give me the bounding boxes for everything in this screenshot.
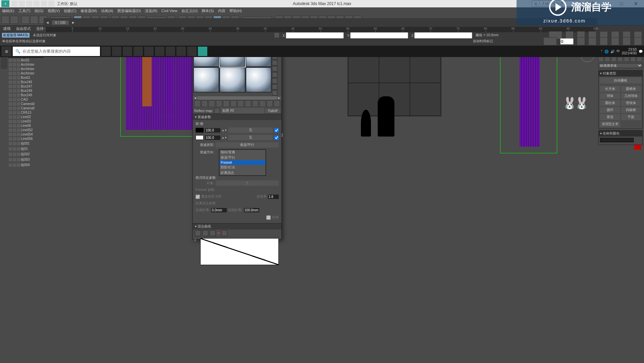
scene-item[interactable]: 组01 [8, 146, 44, 152]
create-primitive-button[interactable]: 加强型文本 [600, 121, 620, 127]
scene-item[interactable]: 组002 [8, 152, 44, 157]
scene-item[interactable]: Box249 [8, 93, 44, 97]
login-link[interactable]: 登录 [587, 1, 594, 6]
autogrid-checkbox[interactable]: 自动栅格 [600, 77, 641, 84]
map-name-field[interactable]: 贴图 #0 [221, 108, 264, 114]
falloff-params-rollout[interactable]: ▾ 衰减参数 [193, 114, 281, 120]
reset-icon[interactable] [216, 100, 222, 107]
app-icon[interactable] [176, 47, 186, 56]
next-frame-button[interactable]: ► [69, 20, 77, 24]
light-cat-icon[interactable] [611, 56, 616, 62]
scene-item[interactable]: ArchInter [8, 71, 44, 75]
app-icon[interactable] [144, 47, 154, 56]
material-slot[interactable] [220, 67, 245, 92]
system-cat-icon[interactable] [637, 56, 642, 62]
menu-help[interactable]: 帮助(H) [229, 8, 242, 13]
camera-cat-icon[interactable] [618, 56, 623, 62]
ribbon-freeform[interactable]: 自由形式 [16, 26, 31, 31]
get-material-icon[interactable] [194, 100, 201, 107]
start-button[interactable]: ⊞ [1, 46, 11, 56]
scene-item[interactable]: Box247 [8, 84, 44, 89]
create-primitive-button[interactable]: 平面 [621, 114, 641, 120]
3dsmax-taskbar-icon[interactable] [198, 47, 207, 56]
save-icon[interactable] [26, 1, 32, 7]
exp-tool-icon[interactable] [1, 64, 7, 64]
curve-add-icon[interactable] [210, 230, 216, 236]
scene-item[interactable]: Camera0 [8, 102, 44, 106]
scene-item[interactable]: Line056 [8, 137, 44, 141]
put-to-scene-icon[interactable] [202, 100, 208, 107]
menu-content[interactable]: 内容 [218, 8, 225, 13]
nav-max-icon[interactable] [634, 37, 642, 45]
curve-move-icon[interactable] [195, 230, 201, 236]
tray-chevron-icon[interactable]: ˄ [601, 50, 602, 53]
tray-ime[interactable]: 中 [616, 49, 620, 54]
dd-option-selected[interactable]: Fresnel [219, 160, 266, 165]
mixcurve-rollout[interactable]: ▾ 混合曲线 [193, 223, 281, 229]
mat-id-icon[interactable] [245, 100, 251, 107]
menu-civil[interactable]: Civil View [161, 9, 177, 13]
go-forward-icon[interactable] [274, 100, 280, 107]
y-coord-input[interactable] [350, 32, 408, 39]
side-enable-checkbox[interactable] [274, 136, 279, 140]
time-ruler[interactable]: 0510152025303540455055606570758085909510… [44, 27, 597, 32]
time-slider[interactable]: ◄ 0 / 100 ► [44, 18, 597, 27]
scene-item[interactable]: Line02 [8, 115, 44, 119]
side-color-swatch[interactable] [196, 135, 204, 140]
create-primitive-button[interactable]: 圆柱体 [600, 100, 620, 106]
mix-curve-graph[interactable] [200, 238, 279, 265]
redo-button[interactable] [10, 16, 18, 24]
ribbon-select[interactable]: 选择 [36, 26, 44, 31]
exp-tool-icon[interactable] [1, 62, 7, 63]
taskview-icon[interactable] [101, 47, 111, 56]
close-button[interactable]: ✕ [629, 0, 643, 7]
app-icon[interactable] [187, 47, 197, 56]
menu-group[interactable]: 组(G) [35, 8, 44, 13]
me-scroll-right[interactable]: ► [277, 96, 281, 100]
pick-icon[interactable] [214, 108, 220, 113]
nav-orbit-icon[interactable] [623, 37, 631, 45]
app-logo[interactable]: 3 [1, 0, 9, 7]
exp-tool-icon[interactable] [1, 68, 7, 68]
nav-pan-icon[interactable] [577, 37, 585, 45]
curve-reset-icon[interactable] [221, 230, 227, 236]
material-slot[interactable] [194, 67, 219, 92]
maximize-button[interactable]: □ [615, 0, 628, 7]
menu-views[interactable]: 视图(V) [48, 8, 60, 13]
create-primitive-button[interactable]: 茶壶 [600, 114, 620, 120]
help-search-input[interactable] [532, 1, 579, 7]
create-primitive-button[interactable]: 长方体 [600, 86, 620, 92]
tray-notifications-icon[interactable]: 💬 [639, 50, 643, 53]
new-icon[interactable] [11, 1, 17, 7]
nav-zoom-icon[interactable] [588, 37, 596, 45]
helper-cat-icon[interactable] [624, 56, 629, 62]
lock-icon[interactable] [274, 33, 279, 38]
project-icon[interactable] [48, 1, 54, 7]
falloff-type-dropdown[interactable]: 垂直/平行 [216, 142, 279, 148]
minimize-button[interactable]: — [600, 0, 614, 7]
dd-option[interactable]: 垂直/平行 [219, 155, 266, 160]
dd-option[interactable]: 阴影/灯光 [219, 165, 266, 170]
mat-nav-icon[interactable] [272, 90, 277, 96]
scene-item[interactable]: Camera0 [8, 106, 44, 110]
menu-script[interactable]: 脚本(S) [202, 8, 214, 13]
scene-item[interactable]: CAD [8, 97, 44, 102]
menu-animation[interactable]: 动画(A) [101, 8, 113, 13]
shape-cat-icon[interactable] [605, 56, 610, 62]
curve-scale-icon[interactable] [202, 230, 208, 236]
scene-item[interactable]: Line052 [8, 128, 44, 132]
workspace-label[interactable]: 工作区: 默认 [57, 1, 77, 6]
open-icon[interactable] [19, 1, 25, 7]
setkey-button[interactable] [543, 37, 557, 45]
material-slot[interactable] [246, 67, 271, 92]
front-amount-spinner[interactable]: 100.0 [205, 128, 220, 133]
assign-to-sel-icon[interactable] [209, 100, 215, 107]
current-frame-input[interactable] [560, 38, 574, 45]
create-primitive-button[interactable]: 几何球体 [621, 93, 641, 99]
create-primitive-button[interactable]: 圆锥体 [621, 86, 641, 92]
create-primitive-button[interactable]: 球体 [600, 93, 620, 99]
scene-item[interactable]: Box01 [8, 75, 44, 80]
nav-fov-icon[interactable] [611, 37, 619, 45]
menu-render[interactable]: 渲染(R) [145, 8, 157, 13]
z-coord-input[interactable] [414, 32, 472, 39]
